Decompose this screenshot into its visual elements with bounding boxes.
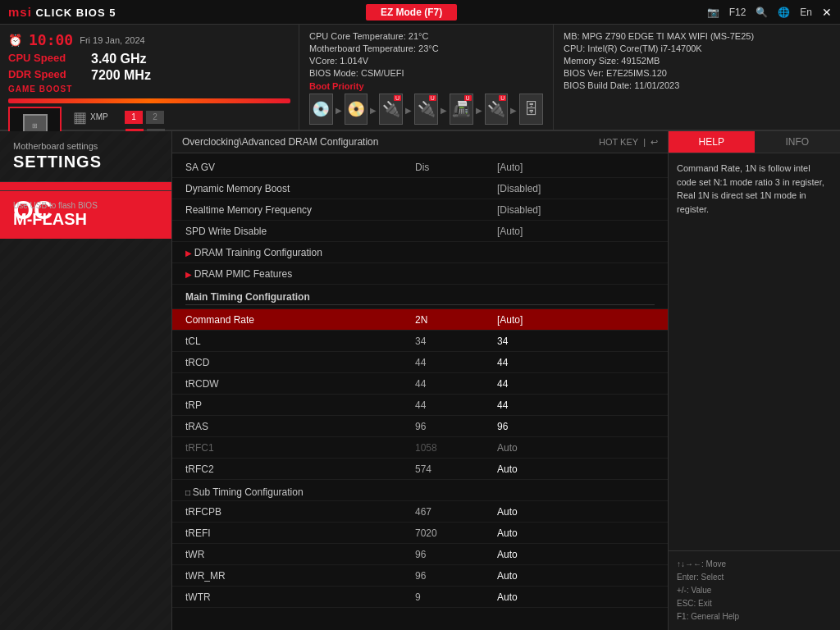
section-main-timing: Main Timing Configuration: [172, 285, 668, 309]
key-value: +/-: Value: [677, 584, 832, 597]
cpu-core-temp: CPU Core Temperature: 21°C: [309, 31, 543, 41]
boot-arrow-3: ▶: [405, 106, 412, 115]
sidebar-content: Motherboard settings SETTINGS OC Use USB…: [0, 131, 171, 239]
spd-write-name: SPD Write Disable: [185, 226, 415, 237]
row-tcl[interactable]: tCL 34 34: [172, 331, 668, 352]
row-twr[interactable]: tWR 96 Auto: [172, 544, 668, 565]
trcd-value: 44: [497, 357, 655, 368]
trfcpb-value: Auto: [497, 506, 655, 518]
sidebar-item-mflash[interactable]: Use USB to flash BIOS M-FLASH: [0, 190, 171, 239]
ddr-speed-value: 7200 MHz: [91, 68, 151, 83]
xmp-btn-2[interactable]: 2: [146, 111, 164, 124]
row-trefi[interactable]: tREFI 7020 Auto: [172, 523, 668, 544]
usb-icon-1: 🔌: [382, 100, 400, 118]
row-twr-mr[interactable]: tWR_MR 96 Auto: [172, 565, 668, 587]
time-display: 10:00: [29, 31, 73, 48]
boot-device-2[interactable]: 🔌 U: [379, 94, 403, 125]
ram-icon: ▦: [73, 108, 87, 126]
trfc1-name: tRFC1: [185, 442, 415, 454]
row-trfc1[interactable]: tRFC1 1058 Auto: [172, 437, 668, 459]
bios-ver-info: BIOS Ver: E7E25IMS.120: [564, 68, 830, 78]
header-right: MB: MPG Z790 EDGE TI MAX WIFI (MS-7E25) …: [554, 25, 840, 130]
header-left: ⏰ 10:00 Fri 19 Jan, 2024 CPU Speed 3.40 …: [0, 25, 299, 130]
key-exit: ESC: Exit: [677, 597, 832, 610]
search-icon[interactable]: 🔍: [756, 7, 768, 18]
boot-arrow: ▶: [336, 106, 342, 115]
usb-badge-2: U: [429, 95, 436, 101]
row-dram-training[interactable]: DRAM Training Configuration: [172, 242, 668, 263]
trp-value: 44: [497, 399, 655, 411]
game-boost-bar: [8, 98, 290, 103]
boot-priority-label: Boot Priority: [309, 81, 543, 91]
row-trfc2[interactable]: tRFC2 574 Auto: [172, 459, 668, 480]
trcd-current: 44: [415, 357, 497, 368]
tras-current: 96: [415, 421, 497, 432]
boot-device-6[interactable]: 🗄: [519, 94, 543, 125]
row-trcdw[interactable]: tRCDW 44 44: [172, 373, 668, 395]
boot-device-3[interactable]: 🔌 U: [414, 94, 438, 125]
boot-device-4[interactable]: 📠 U: [450, 94, 473, 125]
dram-pmic-name: DRAM PMIC Features: [185, 268, 415, 280]
row-twtr[interactable]: tWTR 9 Auto: [172, 587, 668, 608]
trcdw-current: 44: [415, 378, 497, 390]
mb-info: MB: MPG Z790 EDGE TI MAX WIFI (MS-7E25): [564, 31, 830, 41]
row-trcd[interactable]: tRCD 44 44: [172, 352, 668, 373]
settings-label: Motherboard settings: [13, 141, 158, 151]
cpu-info: CPU: Intel(R) Core(TM) i7-14700K: [564, 43, 830, 53]
hdd-icon: 🗄: [524, 101, 539, 118]
row-command-rate[interactable]: Command Rate 2N [Auto]: [172, 309, 668, 331]
boot-arrow-2: ▶: [370, 106, 377, 115]
info-tab[interactable]: INFO: [755, 131, 841, 153]
trefi-current: 7020: [415, 527, 497, 539]
help-tab[interactable]: HELP: [669, 131, 755, 153]
boot-device-1[interactable]: 📀: [345, 94, 368, 125]
sa-gv-current: Dis: [415, 162, 497, 173]
trp-current: 44: [415, 399, 497, 411]
realtime-memory-name: Realtime Memory Frequency: [185, 204, 415, 216]
boot-device-5[interactable]: 🔌 U: [485, 94, 509, 125]
settings-title: SETTINGS: [13, 153, 158, 171]
ddr-speed-label: DDR Speed: [8, 68, 78, 83]
separator: |: [643, 137, 646, 147]
hotkey-label: HOT KEY: [599, 137, 638, 147]
key-move: ↑↓→←: Move: [677, 558, 832, 571]
xmp-btn-1[interactable]: 1: [125, 111, 143, 124]
language-icon[interactable]: 🌐: [778, 7, 790, 18]
key-select: Enter: Select: [677, 571, 832, 584]
row-trp[interactable]: tRP 44 44: [172, 395, 668, 416]
row-tras[interactable]: tRAS 96 96: [172, 416, 668, 437]
close-button[interactable]: ✕: [822, 6, 832, 19]
back-icon[interactable]: ↩: [651, 137, 658, 148]
boot-device-0[interactable]: 💿: [309, 94, 333, 125]
f12-label[interactable]: F12: [729, 7, 746, 18]
row-dynamic-memory[interactable]: Dynamic Memory Boost [Disabled]: [172, 178, 668, 199]
bios-name: CLICK BIOS 5: [35, 7, 116, 19]
trfc2-name: tRFC2: [185, 463, 415, 475]
command-rate-current: 2N: [415, 314, 497, 326]
sidebar-item-settings[interactable]: Motherboard settings SETTINGS: [0, 131, 171, 182]
row-sa-gv[interactable]: SA GV Dis [Auto]: [172, 157, 668, 178]
row-dram-pmic[interactable]: DRAM PMIC Features: [172, 263, 668, 285]
settings-table: SA GV Dis [Auto] Dynamic Memory Boost [D…: [172, 153, 668, 630]
trcdw-name: tRCDW: [185, 378, 415, 390]
tras-value: 96: [497, 421, 655, 432]
memory-info: Memory Size: 49152MB: [564, 56, 830, 66]
row-spd-write[interactable]: SPD Write Disable [Auto]: [172, 221, 668, 242]
header-mid: CPU Core Temperature: 21°C Motherboard T…: [299, 25, 554, 130]
usb-badge-4: U: [499, 95, 506, 101]
date-display: Fri 19 Jan, 2024: [80, 35, 145, 45]
header-row: ⏰ 10:00 Fri 19 Jan, 2024 CPU Speed 3.40 …: [0, 25, 840, 131]
trfcpb-name: tRFCPB: [185, 506, 415, 518]
ez-mode-button[interactable]: EZ Mode (F7): [366, 4, 457, 21]
sa-gv-value: [Auto]: [497, 162, 655, 173]
row-trfcpb[interactable]: tRFCPB 467 Auto: [172, 501, 668, 523]
row-realtime-memory[interactable]: Realtime Memory Frequency [Disabled]: [172, 199, 668, 221]
trefi-value: Auto: [497, 527, 655, 539]
boot-priority-section: Boot Priority 💿 ▶ 📀 ▶ 🔌 U ▶ 🔌 U: [309, 81, 543, 127]
command-rate-name: Command Rate: [185, 314, 415, 326]
tcl-name: tCL: [185, 336, 415, 347]
camera-icon[interactable]: 📷: [707, 7, 719, 18]
dynamic-memory-value: [Disabled]: [497, 183, 655, 194]
clock-icon: ⏰: [8, 34, 22, 47]
mflash-title: M-FLASH: [13, 210, 158, 229]
